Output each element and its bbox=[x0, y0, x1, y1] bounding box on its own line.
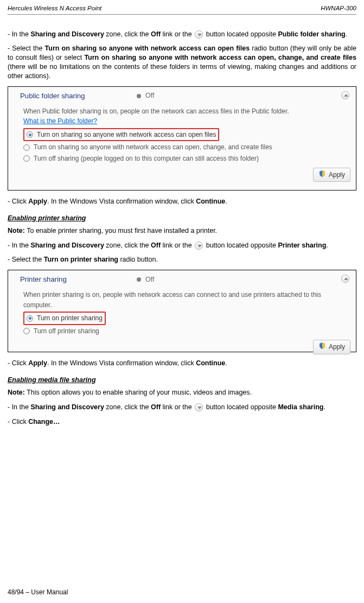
paragraph-2: - Select the Turn on sharing so anyone w… bbox=[8, 44, 356, 81]
apply-label: Apply bbox=[329, 342, 345, 351]
paragraph-10: - Click Change… bbox=[8, 417, 356, 427]
text-bold: Turn on sharing so anyone with network a… bbox=[45, 45, 250, 52]
header-left: Hercules Wireless N Access Point bbox=[8, 4, 101, 13]
chevron-down-icon bbox=[195, 30, 203, 39]
paragraph-6: - Select the Turn on printer sharing rad… bbox=[8, 255, 356, 264]
status-text: Off bbox=[145, 91, 154, 100]
text: - In the bbox=[8, 242, 30, 249]
radio-label: Turn off printer sharing bbox=[34, 326, 99, 337]
text-bold: Media sharing bbox=[278, 403, 323, 411]
chevron-down-icon bbox=[195, 242, 203, 250]
section-body: When Public folder sharing is on, people… bbox=[8, 106, 356, 164]
apply-button[interactable]: Apply bbox=[313, 168, 350, 182]
section-body: When printer sharing is on, people with … bbox=[8, 290, 356, 337]
radio-icon[interactable] bbox=[23, 328, 30, 334]
shield-icon bbox=[318, 170, 326, 180]
page-header: Hercules Wireless N Access Point HWNAP-3… bbox=[8, 4, 356, 15]
paragraph-9: - In the Sharing and Discovery zone, cli… bbox=[8, 403, 356, 412]
chevron-down-icon bbox=[195, 403, 203, 411]
paragraph-3: - Click Apply. In the Windows Vista conf… bbox=[8, 197, 356, 206]
text: button located opposite bbox=[204, 242, 278, 249]
text-bold: Turn on sharing so anyone with network a… bbox=[84, 54, 356, 61]
status-off: Off bbox=[137, 91, 154, 100]
status-off: Off bbox=[137, 275, 154, 284]
paragraph-4: Note: To enable printer sharing, you mus… bbox=[8, 226, 356, 236]
apply-area: Apply bbox=[8, 164, 356, 186]
radio-row: Turn off printer sharing bbox=[23, 326, 346, 337]
apply-button[interactable]: Apply bbox=[313, 340, 350, 354]
radio-label: Turn on printer sharing bbox=[37, 313, 103, 323]
screenshot-printer-sharing: Printer sharing Off When printer sharing… bbox=[8, 270, 356, 352]
text: . bbox=[326, 242, 328, 249]
paragraph-7: - Click Apply. In the Windows Vista conf… bbox=[8, 359, 356, 368]
section-description: When printer sharing is on, people with … bbox=[23, 290, 346, 310]
radio-row: Turn off sharing (people logged on to th… bbox=[23, 153, 346, 164]
text: . bbox=[225, 198, 227, 205]
radio-row: Turn on printer sharing bbox=[23, 311, 346, 326]
text-bold: Continue bbox=[196, 359, 225, 367]
section-row: Public folder sharing Off bbox=[8, 87, 356, 106]
text-bold: Sharing and Discovery bbox=[30, 403, 104, 411]
heading-enabling-media-file-sharing: Enabling media file sharing bbox=[8, 376, 356, 385]
status-text: Off bbox=[145, 275, 154, 284]
radio-label: Turn on sharing so anyone with network a… bbox=[37, 130, 216, 140]
radio-icon[interactable] bbox=[27, 315, 33, 322]
link-what-is-public-folder[interactable]: What is the Public folder? bbox=[23, 117, 97, 125]
paragraph-1: - In the Sharing and Discovery zone, cli… bbox=[8, 30, 356, 39]
text: - In the bbox=[8, 403, 30, 411]
text: To enable printer sharing, you must firs… bbox=[25, 227, 217, 234]
header-right: HWNAP-300 bbox=[321, 4, 356, 13]
text: link or the bbox=[161, 403, 194, 411]
radio-icon[interactable] bbox=[27, 131, 33, 138]
text-bold: Note: bbox=[8, 227, 25, 234]
screenshot-public-folder-sharing: Public folder sharing Off When Public fo… bbox=[8, 86, 356, 191]
highlight-box: Turn on printer sharing bbox=[23, 312, 106, 325]
text: zone, click the bbox=[104, 403, 151, 411]
text: link or the bbox=[161, 30, 194, 38]
paragraph-8: Note: This option allows you to enable s… bbox=[8, 388, 356, 397]
apply-area: Apply bbox=[8, 337, 356, 358]
text: . In the Windows Vista confirmation wind… bbox=[47, 359, 196, 367]
text-bold: Turn on printer sharing bbox=[44, 256, 118, 263]
text-bold: Apply bbox=[28, 198, 47, 205]
radio-label: Turn on sharing so anyone with network a… bbox=[34, 142, 272, 153]
text: - Click bbox=[8, 418, 28, 426]
text-bold: Off bbox=[151, 30, 161, 38]
heading-enabling-printer-sharing: Enabling printer sharing bbox=[8, 214, 356, 223]
radio-row: Turn on sharing so anyone with network a… bbox=[23, 128, 346, 142]
text: button located opposite bbox=[204, 30, 278, 38]
chevron-up-icon[interactable] bbox=[341, 91, 349, 99]
text: - Click bbox=[8, 359, 28, 367]
text: zone, click the bbox=[104, 242, 151, 249]
status-dot-icon bbox=[137, 94, 141, 98]
page-footer: 48/94 – User Manual bbox=[8, 588, 68, 596]
text: This option allows you to enable sharing… bbox=[25, 389, 252, 396]
text-bold: Apply bbox=[28, 359, 47, 367]
text: . bbox=[346, 30, 347, 38]
text-bold: Change… bbox=[28, 418, 60, 426]
text: zone, click the bbox=[104, 30, 151, 38]
section-row: Printer sharing Off bbox=[8, 270, 356, 290]
text: button located opposite bbox=[204, 403, 278, 411]
text-bold: Off bbox=[151, 242, 161, 249]
text: link or the bbox=[161, 242, 194, 249]
text: - Select the bbox=[8, 256, 44, 263]
text: - Click bbox=[8, 198, 28, 205]
shield-icon bbox=[318, 342, 326, 352]
paragraph-5: - In the Sharing and Discovery zone, cli… bbox=[8, 241, 356, 250]
text-bold: Sharing and Discovery bbox=[30, 30, 104, 38]
radio-icon[interactable] bbox=[23, 155, 30, 162]
text: - In the bbox=[8, 30, 30, 38]
radio-icon[interactable] bbox=[23, 144, 30, 151]
text-bold: Printer sharing bbox=[278, 242, 326, 249]
status-dot-icon bbox=[137, 277, 141, 282]
section-title: Public folder sharing bbox=[20, 91, 137, 101]
text-bold: Continue bbox=[196, 198, 225, 205]
text: . bbox=[225, 359, 227, 367]
text-bold: Sharing and Discovery bbox=[30, 242, 104, 249]
text-bold: Off bbox=[151, 403, 161, 411]
radio-row: Turn on sharing so anyone with network a… bbox=[23, 142, 346, 153]
text: . In the Windows Vista confirmation wind… bbox=[47, 198, 196, 205]
section-title: Printer sharing bbox=[20, 275, 137, 284]
section-description: When Public folder sharing is on, people… bbox=[23, 106, 346, 117]
